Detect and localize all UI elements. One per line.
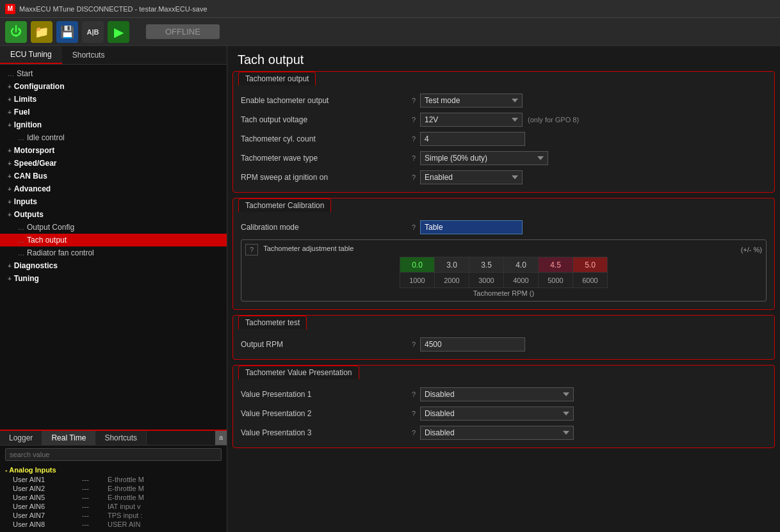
form-row-vp2: Value Presentation 2 ? Disabled RPM [241, 404, 767, 423]
list-item: User AIN2 --- E-throttle M [5, 484, 222, 493]
table-value-row: 0.0 3.0 3.5 4.0 4.5 5.0 [400, 257, 608, 273]
table-rpm-row: 1000 2000 3000 4000 5000 6000 [400, 273, 608, 288]
tab-ecu-tuning[interactable]: ECU Tuning [0, 46, 62, 64]
list-item: User AIN6 --- IAT input v [5, 502, 222, 511]
rpm-cell: 3000 [469, 273, 504, 288]
label-enable-tach: Enable tachometer output [241, 96, 407, 105]
save-button[interactable]: 💾 [56, 21, 78, 43]
select-cal-mode[interactable]: None Table [420, 220, 523, 234]
input-output-rpm[interactable] [420, 337, 525, 351]
control-vp2: Disabled RPM [420, 407, 767, 421]
sidebar-item-start[interactable]: ... Start [0, 67, 227, 80]
control-enable-tach: Disabled Test mode Enabled [420, 93, 767, 108]
label-vp1: Value Presentation 1 [241, 390, 407, 399]
control-cal-mode: None Table [420, 220, 767, 234]
tab-shortcuts[interactable]: Shortcuts [62, 46, 115, 64]
form-row-enable-tach: Enable tachometer output ? Disabled Test… [241, 91, 767, 110]
realtime-list: - Analog Inputs User AIN1 --- E-throttle… [0, 463, 227, 530]
input-cyl-count[interactable] [420, 132, 525, 146]
help-cyl-count[interactable]: ? [407, 135, 420, 143]
rpm-cell: 6000 [573, 273, 608, 288]
sidebar-tree: ... Start + Configuration + Limits + Fue… [0, 65, 227, 430]
cal-table-title: Tachometer adjustment table [263, 245, 353, 252]
help-output-rpm[interactable]: ? [407, 341, 420, 348]
sidebar-item-can-bus[interactable]: + CAN Bus [0, 170, 227, 182]
section-value-presentation: Tachometer Value Presentation Value Pres… [232, 365, 775, 448]
help-vp2[interactable]: ? [407, 410, 420, 417]
section-tach-test: Tachometer test Output RPM ? [232, 315, 775, 360]
label-wave-type: Tachometer wave type [241, 154, 407, 163]
sidebar-item-tach-output[interactable]: ... Tach output [0, 234, 227, 246]
tach-voltage-note: (only for GPO 8) [528, 116, 579, 124]
table-cell[interactable]: 5.0 [573, 257, 608, 273]
tab-logger[interactable]: Logger [0, 431, 42, 445]
sidebar-item-ignition[interactable]: + Ignition [0, 118, 227, 131]
app-icon: M [5, 4, 15, 14]
sidebar-item-idle-control[interactable]: ... Idle control [0, 131, 227, 144]
sidebar-item-inputs[interactable]: + Inputs [0, 195, 227, 208]
select-vp2[interactable]: Disabled RPM [420, 407, 574, 421]
title-text: MaxxECU MTune DISCONNECTED - testar.Maxx… [19, 5, 207, 13]
sidebar-item-advanced[interactable]: + Advanced [0, 182, 227, 195]
sidebar-item-motorsport[interactable]: + Motorsport [0, 144, 227, 157]
table-cell[interactable]: 3.0 [435, 257, 469, 273]
table-cell[interactable]: 3.5 [469, 257, 504, 273]
rpm-cell: 5000 [539, 273, 573, 288]
adjustment-table-wrapper: ? Tachometer adjustment table (+/- %) 0.… [241, 239, 767, 302]
table-cell[interactable]: 4.5 [539, 257, 573, 273]
help-tach-voltage[interactable]: ? [407, 116, 420, 124]
control-wave-type: Simple (50% duty) Square wave [420, 151, 767, 165]
section-calibration: Tachometer Calibration Calibration mode … [232, 198, 775, 310]
sidebar-item-tuning[interactable]: + Tuning [0, 272, 227, 285]
form-row-output-rpm: Output RPM ? [241, 335, 767, 354]
play-button[interactable]: ▶ [108, 21, 129, 43]
tab-realtime[interactable]: Real Time [42, 431, 95, 445]
section-calibration-title: Tachometer Calibration [238, 198, 331, 213]
tab-shortcuts-bottom[interactable]: Shortcuts [95, 431, 147, 445]
form-row-cal-mode: Calibration mode ? None Table [241, 218, 767, 237]
realtime-category: - Analog Inputs [5, 465, 222, 475]
table-cell[interactable]: 4.0 [504, 257, 539, 273]
label-tach-voltage: Tach output voltage [241, 115, 407, 124]
search-input[interactable] [5, 448, 222, 461]
table-cell[interactable]: 0.0 [400, 257, 435, 273]
sidebar-item-fuel[interactable]: + Fuel [0, 106, 227, 118]
rpm-cell: 1000 [400, 273, 435, 288]
help-vp1[interactable]: ? [407, 391, 420, 398]
select-rpm-sweep[interactable]: Disabled Enabled [420, 170, 523, 184]
folder-button[interactable]: 📁 [31, 21, 53, 43]
main-layout: ECU Tuning Shortcuts ... Start + Configu… [0, 46, 780, 532]
select-vp3[interactable]: Disabled RPM [420, 426, 574, 440]
form-row-vp1: Value Presentation 1 ? Disabled RPM [241, 385, 767, 404]
control-output-rpm [420, 337, 767, 351]
select-tach-voltage[interactable]: 5V 12V [420, 113, 523, 127]
help-cal-mode[interactable]: ? [407, 223, 420, 231]
help-enable-tach[interactable]: ? [407, 97, 420, 104]
sidebar-item-configuration[interactable]: + Configuration [0, 80, 227, 93]
form-row-vp3: Value Presentation 3 ? Disabled RPM [241, 423, 767, 442]
form-row-cyl-count: Tachometer cyl. count ? [241, 129, 767, 149]
select-wave-type[interactable]: Simple (50% duty) Square wave [420, 151, 548, 165]
ab-button[interactable]: A|B [82, 21, 104, 43]
sidebar-item-output-config[interactable]: ... Output Config [0, 221, 227, 234]
help-wave-type[interactable]: ? [407, 154, 420, 162]
select-vp1[interactable]: Disabled RPM [420, 387, 574, 401]
bottom-tabs: Logger Real Time Shortcuts a [0, 431, 227, 446]
help-rpm-sweep[interactable]: ? [407, 173, 420, 181]
sidebar-item-outputs[interactable]: + Outputs [0, 208, 227, 221]
sidebar-item-limits[interactable]: + Limits [0, 93, 227, 106]
sidebar-item-diagnostics[interactable]: + Diagnostics [0, 259, 227, 272]
cal-table-help[interactable]: ? [245, 244, 258, 255]
page-title: Tach output [227, 46, 780, 71]
label-cyl-count: Tachometer cyl. count [241, 134, 407, 143]
adjustment-table: 0.0 3.0 3.5 4.0 4.5 5.0 1000 2000 3000 4… [400, 257, 608, 288]
sidebar-item-speed-gear[interactable]: + Speed/Gear [0, 157, 227, 170]
select-enable-tach[interactable]: Disabled Test mode Enabled [420, 93, 523, 108]
axis-label: Tachometer RPM () [245, 289, 762, 297]
section-calibration-body: Calibration mode ? None Table ? Tachomet… [233, 213, 774, 309]
help-vp3[interactable]: ? [407, 429, 420, 437]
form-row-tach-voltage: Tach output voltage ? 5V 12V (only for G… [241, 110, 767, 129]
sidebar-item-radiator-fan[interactable]: ... Radiator fan control [0, 246, 227, 259]
power-button[interactable]: ⏻ [5, 21, 27, 43]
section-value-presentation-body: Value Presentation 1 ? Disabled RPM Valu… [233, 380, 774, 447]
